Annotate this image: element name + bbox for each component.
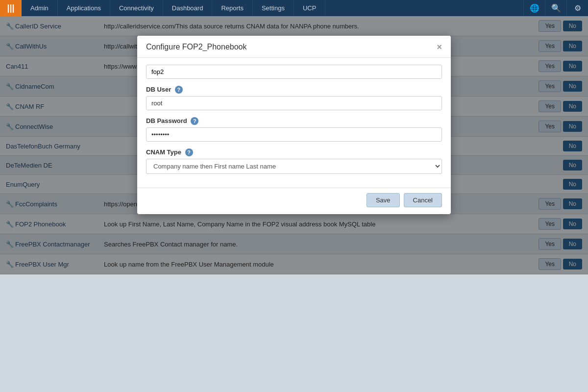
settings-icon-button[interactable]: ⚙	[566, 0, 588, 16]
globe-icon-button[interactable]: 🌐	[523, 0, 545, 16]
nav-applications[interactable]: Applications	[58, 0, 110, 16]
db-password-input[interactable]	[146, 127, 442, 142]
nav-dashboard[interactable]: Dashboard	[163, 0, 213, 16]
modal-header: Configure FOP2_Phonebook ×	[137, 36, 451, 58]
search-icon-button[interactable]: 🔍	[545, 0, 566, 16]
db-password-field-group: DB Password ?	[146, 117, 442, 142]
modal-overlay: Configure FOP2_Phonebook × DB User ?	[0, 16, 588, 274]
db-password-label: DB Password ?	[146, 117, 442, 125]
nav-ucp[interactable]: UCP	[294, 0, 325, 16]
save-button[interactable]: Save	[367, 193, 400, 207]
db-user-input[interactable]	[146, 96, 442, 110]
configure-modal: Configure FOP2_Phonebook × DB User ?	[137, 36, 451, 214]
nav-settings[interactable]: Settings	[253, 0, 294, 16]
cnam-type-select[interactable]: Company name then First name Last name F…	[146, 159, 442, 174]
nav-connectivity[interactable]: Connectivity	[110, 0, 163, 16]
cnam-type-field-group: CNAM Type ? Company name then First name…	[146, 148, 442, 174]
cnam-type-label: CNAM Type ?	[146, 148, 442, 156]
db-user-help-icon[interactable]: ?	[175, 86, 183, 94]
logo: |||	[0, 0, 22, 16]
nav-reports[interactable]: Reports	[212, 0, 253, 16]
nav-admin[interactable]: Admin	[22, 0, 58, 16]
db-name-input[interactable]	[146, 65, 442, 79]
nav-right-icons: 🌐 🔍 ⚙	[523, 0, 588, 16]
cancel-button[interactable]: Cancel	[404, 193, 442, 207]
modal-title: Configure FOP2_Phonebook	[146, 43, 246, 51]
db-user-label: DB User ?	[146, 86, 442, 94]
cnam-type-help-icon[interactable]: ?	[185, 148, 193, 156]
db-name-field-group	[146, 65, 442, 79]
db-password-help-icon[interactable]: ?	[191, 117, 198, 125]
db-user-field-group: DB User ?	[146, 86, 442, 110]
main-content: 🔧CallerID Servicehttp://calleridservice.…	[0, 16, 588, 274]
modal-body: DB User ? DB Password ? CNAM T	[137, 58, 451, 188]
top-nav: ||| Admin Applications Connectivity Dash…	[0, 0, 588, 16]
modal-footer: Save Cancel	[137, 188, 451, 214]
modal-close-button[interactable]: ×	[437, 43, 442, 51]
